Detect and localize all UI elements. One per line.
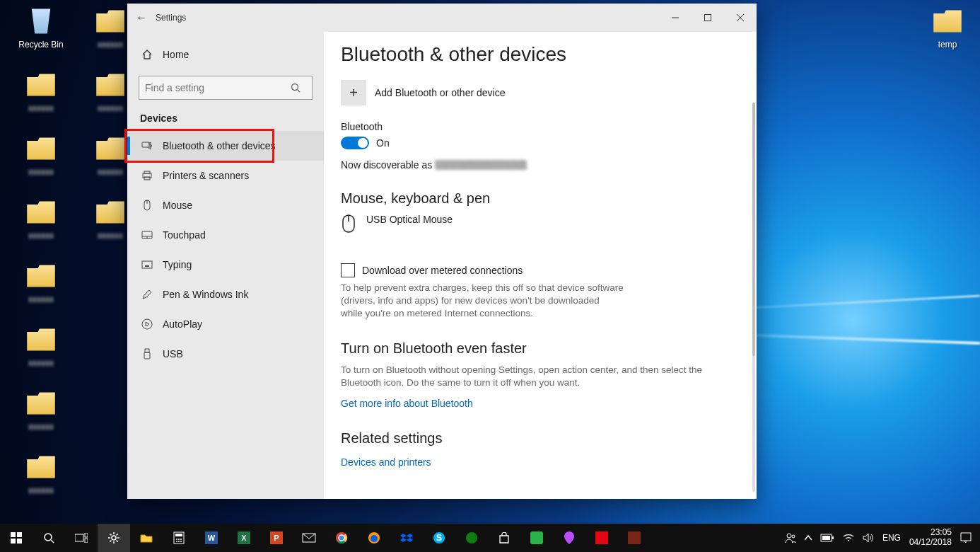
desktop-icon[interactable]: xxxxxx [14, 69, 68, 113]
svg-line-41 [117, 534, 118, 535]
tray-volume[interactable] [858, 524, 878, 552]
store-icon [498, 532, 511, 544]
tray-battery[interactable] [816, 524, 839, 552]
taskbar-powerpoint[interactable]: P [260, 524, 293, 552]
desktop-icon-label: xxxxxx [98, 103, 123, 113]
scrollbar[interactable] [752, 103, 755, 492]
taskbar-dropbox[interactable] [390, 524, 423, 552]
sidebar-item-label: Pen & Windows Ink [163, 289, 248, 300]
taskbar-app3[interactable] [618, 524, 651, 552]
minimize-button[interactable] [659, 4, 692, 32]
taskbar-firefox[interactable] [358, 524, 390, 552]
start-button[interactable] [0, 524, 33, 552]
device-label: USB Optical Mouse [366, 214, 453, 225]
sidebar-category: Devices [127, 108, 324, 131]
folder-icon [25, 452, 57, 483]
sidebar-item-label: Typing [163, 259, 192, 270]
sidebar-item-touchpad[interactable]: Touchpad [127, 220, 324, 250]
desktop-icon[interactable]: temp [921, 6, 974, 50]
svg-point-70 [787, 534, 791, 538]
desktop-icon[interactable]: xxxxxx [14, 260, 68, 304]
back-button[interactable]: ← [127, 11, 156, 24]
svg-line-5 [298, 90, 301, 93]
taskbar-xbox[interactable] [455, 524, 488, 552]
svg-point-61 [339, 535, 344, 541]
desktop-icon[interactable]: Recycle Bin [14, 6, 68, 50]
skype-icon: S [433, 531, 445, 544]
taskbar: W X P S ENG 23:05 04/12/2018 [0, 524, 980, 552]
add-device-button[interactable]: + Add Bluetooth or other device [341, 80, 740, 105]
taskbar-settings[interactable] [98, 524, 130, 552]
home-nav[interactable]: Home [127, 40, 324, 69]
taskbar-skype[interactable]: S [423, 524, 455, 552]
titlebar[interactable]: ← Settings [127, 4, 757, 32]
desktop-icon-label: xxxxxx [28, 358, 54, 368]
task-view[interactable] [65, 524, 98, 552]
windows-icon [11, 532, 22, 544]
svg-rect-21 [145, 349, 149, 352]
device-item[interactable]: USB Optical Mouse [341, 214, 740, 235]
taskbar-word[interactable]: W [195, 524, 228, 552]
taskbar-app1[interactable] [520, 524, 553, 552]
desktop-icon-label: xxxxxx [28, 167, 54, 177]
sidebar-item-label: AutoPlay [163, 318, 202, 330]
desktop-icon-label: xxxxxx [98, 231, 123, 241]
system-tray: ENG 23:05 04/12/2018 [781, 524, 980, 552]
sidebar-item-usb[interactable]: USB [127, 339, 324, 369]
plus-icon: + [341, 80, 366, 105]
taskbar-mail[interactable] [293, 524, 325, 552]
folder-icon [25, 197, 57, 228]
notification-icon [960, 532, 972, 544]
bluetooth-toggle[interactable]: On [341, 137, 740, 149]
desktop[interactable]: Recycle Binxxxxxxtempxxxxxxxxxxxxxxxxxxx… [0, 0, 980, 552]
maximize-button[interactable] [692, 4, 724, 32]
firefox-icon [368, 531, 380, 544]
tray-clock[interactable]: 23:05 04/12/2018 [905, 524, 956, 552]
taskbar-excel[interactable]: X [228, 524, 260, 552]
tray-network[interactable] [839, 524, 858, 552]
sidebar-item-autoplay[interactable]: AutoPlay [127, 309, 324, 339]
app-icon [628, 531, 641, 544]
tray-language[interactable]: ENG [878, 524, 905, 552]
close-button[interactable] [724, 4, 757, 32]
svg-rect-1 [705, 15, 711, 21]
metered-checkbox[interactable]: Download over metered connections [341, 263, 740, 277]
avira-icon [595, 531, 608, 544]
app-icon [530, 531, 543, 544]
devices-printers-link[interactable]: Devices and printers [341, 456, 431, 468]
sidebar-item-printer[interactable]: Printers & scanners [127, 161, 324, 190]
scroll-thumb[interactable] [752, 103, 755, 356]
sidebar-item-bt[interactable]: Bluetooth & other devices [127, 131, 324, 161]
search-input[interactable] [139, 82, 291, 93]
taskbar-explorer[interactable] [130, 524, 163, 552]
search-taskbar[interactable] [33, 524, 65, 552]
tray-people[interactable] [781, 524, 800, 552]
bluetooth-info-link[interactable]: Get more info about Bluetooth [341, 398, 473, 409]
mouse-icon [140, 200, 154, 211]
svg-rect-28 [17, 539, 22, 544]
sidebar-item-keyboard[interactable]: Typing [127, 250, 324, 280]
taskbar-app2[interactable] [553, 524, 585, 552]
desktop-icon[interactable]: xxxxxx [14, 452, 68, 495]
desktop-icon[interactable]: xxxxxx [14, 324, 68, 368]
pen-icon [140, 289, 154, 300]
folder-icon [140, 533, 153, 543]
clock-time: 23:05 [909, 528, 952, 538]
taskbar-calculator[interactable] [163, 524, 195, 552]
tray-notifications[interactable] [956, 524, 976, 552]
folder-icon [25, 133, 57, 164]
desktop-icon-label: xxxxxx [98, 167, 123, 177]
search-box[interactable] [139, 76, 313, 100]
printer-icon [140, 170, 154, 181]
taskbar-chrome[interactable] [325, 524, 358, 552]
desktop-icon[interactable]: xxxxxx [14, 388, 68, 432]
desktop-icon[interactable]: xxxxxx [14, 133, 68, 177]
sidebar-item-pen[interactable]: Pen & Windows Ink [127, 280, 324, 309]
sidebar-item-mouse[interactable]: Mouse [127, 190, 324, 220]
taskbar-store[interactable] [488, 524, 520, 552]
desktop-icon[interactable]: xxxxxx [14, 197, 68, 241]
gear-icon [107, 531, 120, 544]
taskbar-avira[interactable] [585, 524, 618, 552]
tray-overflow[interactable] [800, 524, 816, 552]
home-icon [140, 49, 154, 60]
